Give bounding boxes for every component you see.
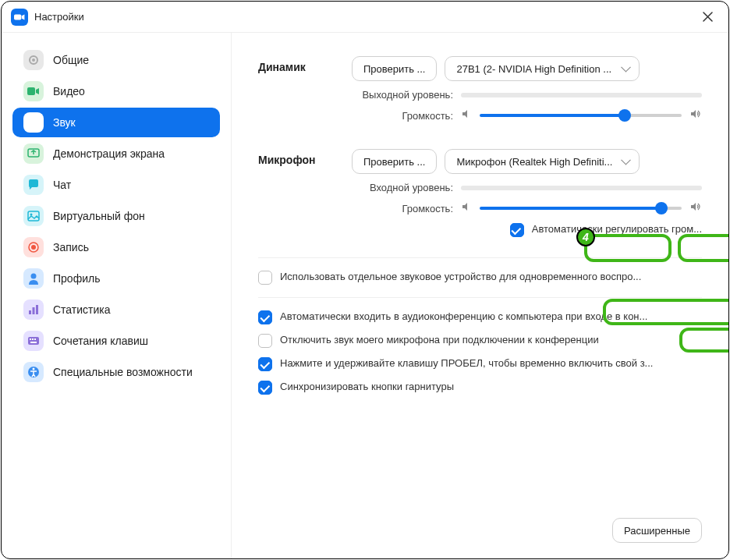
input-level-label: Входной уровень: — [352, 182, 453, 193]
sidebar-item-general[interactable]: Общие — [12, 45, 220, 75]
mic-section: Микрофон Проверить ... Микрофон (Realtek… — [258, 149, 702, 245]
sidebar-item-label: Профиль — [53, 272, 100, 285]
main-panel: Динамик Проверить ... 27B1 (2- NVIDIA Hi… — [232, 33, 728, 558]
sidebar-item-label: Чат — [53, 179, 71, 191]
sync-headset-checkbox[interactable] — [258, 381, 272, 395]
svg-rect-5 — [37, 123, 40, 128]
mute-on-join-checkbox[interactable] — [258, 334, 272, 348]
divider — [258, 257, 702, 258]
sidebar-item-statistics[interactable]: Статистика — [12, 295, 220, 324]
svg-point-10 — [31, 245, 36, 250]
divider — [258, 297, 702, 298]
advanced-button[interactable]: Расширенные — [612, 518, 702, 543]
window-body: Общие Видео Звук Демонстрация экрана Чат… — [2, 33, 728, 558]
svg-rect-3 — [27, 87, 35, 95]
sidebar-item-accessibility[interactable]: Специальные возможности — [12, 357, 220, 387]
sidebar-item-label: Статистика — [53, 303, 111, 316]
speaker-volume-label: Громкость: — [352, 110, 453, 122]
video-icon — [23, 81, 44, 101]
space-unmute-label: Нажмите и удерживайте клавишу ПРОБЕЛ, чт… — [280, 357, 653, 369]
test-speaker-button[interactable]: Проверить ... — [352, 56, 437, 81]
test-mic-button[interactable]: Проверить ... — [352, 149, 437, 174]
svg-point-2 — [32, 58, 35, 62]
svg-rect-0 — [14, 14, 21, 19]
space-unmute-checkbox[interactable] — [258, 357, 272, 371]
mic-volume-slider[interactable] — [480, 207, 682, 210]
sidebar-item-label: Сочетания клавиш — [53, 335, 148, 347]
share-screen-icon — [23, 144, 44, 164]
profile-icon — [23, 268, 44, 289]
speaker-output-level — [461, 93, 702, 97]
svg-rect-13 — [33, 307, 35, 314]
sidebar: Общие Видео Звук Демонстрация экрана Чат… — [2, 33, 232, 558]
svg-rect-16 — [30, 338, 31, 340]
sidebar-item-share-screen[interactable]: Демонстрация экрана — [12, 139, 220, 168]
volume-high-icon — [689, 201, 702, 215]
keyboard-icon — [23, 331, 44, 351]
settings-window: Настройки Общие Видео Звук Демонстрация … — [1, 1, 729, 559]
titlebar: Настройки — [2, 2, 728, 33]
sidebar-item-label: Видео — [53, 85, 85, 97]
mic-device-select[interactable]: Микрофон (Realtek High Definiti... — [445, 149, 640, 174]
mute-on-join-label: Отключить звук моего микрофона при подкл… — [280, 334, 599, 346]
speaker-section: Динамик Проверить ... 27B1 (2- NVIDIA Hi… — [258, 56, 702, 130]
svg-rect-17 — [32, 338, 34, 340]
mic-input-level — [461, 186, 702, 190]
sidebar-item-label: Общие — [53, 54, 89, 66]
gear-icon — [23, 50, 44, 70]
app-icon — [11, 9, 28, 26]
svg-rect-12 — [29, 310, 31, 314]
volume-high-icon — [689, 108, 702, 122]
virtual-background-icon — [23, 206, 44, 226]
auto-adjust-checkbox[interactable] — [510, 223, 524, 237]
auto-adjust-label: Автоматически регулировать гром... — [532, 223, 702, 235]
sidebar-item-label: Специальные возможности — [53, 365, 193, 379]
svg-rect-19 — [30, 342, 37, 343]
headphones-icon — [23, 112, 44, 133]
svg-point-8 — [30, 214, 33, 216]
sidebar-item-label: Демонстрация экрана — [53, 147, 165, 160]
sidebar-item-chat[interactable]: Чат — [12, 170, 220, 200]
record-icon — [23, 237, 44, 257]
annotation-badge-4: 4 — [576, 228, 595, 246]
auto-join-audio-label: Автоматически входить в аудиоконференцию… — [280, 310, 647, 322]
separate-device-checkbox[interactable] — [258, 271, 272, 285]
sidebar-item-shortcuts[interactable]: Сочетания клавиш — [12, 326, 220, 356]
accessibility-icon — [23, 362, 44, 382]
svg-point-11 — [31, 274, 37, 279]
speaker-label: Динамик — [258, 56, 352, 130]
close-button[interactable] — [696, 5, 719, 29]
sidebar-item-label: Виртуальный фон — [53, 210, 145, 222]
svg-rect-18 — [34, 338, 36, 340]
sidebar-item-virtual-bg[interactable]: Виртуальный фон — [12, 201, 220, 231]
separate-device-label: Использовать отдельное звуковое устройст… — [280, 271, 641, 282]
sync-headset-label: Синхронизировать кнопки гарнитуры — [280, 381, 454, 392]
svg-point-21 — [33, 368, 35, 370]
window-title: Настройки — [34, 11, 84, 23]
svg-rect-14 — [36, 305, 38, 314]
volume-low-icon — [461, 108, 472, 122]
svg-rect-4 — [27, 123, 30, 128]
speaker-volume-slider[interactable] — [480, 114, 682, 117]
mic-volume-label: Громкость: — [352, 203, 453, 214]
sidebar-item-label: Звук — [53, 116, 76, 129]
statistics-icon — [23, 299, 44, 320]
sidebar-item-profile[interactable]: Профиль — [12, 264, 220, 293]
mic-label: Микрофон — [258, 149, 352, 245]
sidebar-item-label: Запись — [53, 241, 89, 253]
sidebar-item-audio[interactable]: Звук — [12, 108, 220, 137]
svg-rect-15 — [28, 337, 39, 345]
output-level-label: Выходной уровень: — [352, 89, 453, 101]
speaker-device-select[interactable]: 27B1 (2- NVIDIA High Definition ... — [445, 56, 640, 81]
auto-join-audio-checkbox[interactable] — [258, 310, 272, 324]
sidebar-item-recording[interactable]: Запись — [12, 232, 220, 262]
volume-low-icon — [461, 201, 472, 215]
sidebar-item-video[interactable]: Видео — [12, 76, 220, 106]
chat-icon — [23, 175, 44, 195]
